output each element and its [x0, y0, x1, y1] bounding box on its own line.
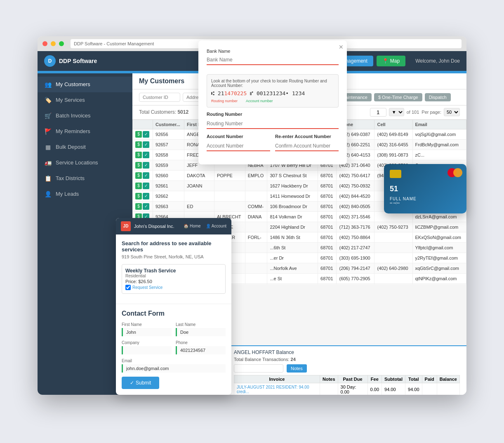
url-text: DDP Software - Customer Management — [74, 41, 154, 46]
mastercard-logo — [447, 168, 462, 177]
map-icon: 📍 — [382, 58, 389, 64]
col-total: Total — [405, 375, 422, 383]
notes-cell — [320, 383, 338, 395]
service-header: JD John's Disposal Inc. 🏠 Home 👤 Account — [116, 218, 231, 234]
company-field: Company — [122, 340, 172, 354]
dollar-icon[interactable]: $ — [135, 193, 142, 199]
reminders-icon: 🚩 — [44, 128, 52, 135]
zip-cell: 68701 — [318, 253, 337, 263]
col-customer-id[interactable]: Customer... — [153, 120, 184, 129]
check-icon[interactable]: ✓ — [143, 152, 149, 158]
dollar-icon[interactable]: $ — [135, 203, 142, 210]
email-cell: y2RyTEf@gmail.com — [412, 253, 466, 263]
check-numbers: ⑆ 211470225 ⑈ 001231234• 1234 — [211, 90, 334, 96]
bank-form-overlay: ✕ Bank Name Look at the bottom of your c… — [198, 40, 347, 164]
sidebar-item-my-services[interactable]: 🏷️ My Services — [38, 92, 132, 108]
dollar-icon[interactable]: $ — [135, 131, 142, 138]
row-icons: $ ✓ — [133, 201, 153, 211]
cell-cell: (402) 640-2980 — [374, 263, 412, 273]
row-icons: $ ✓ — [133, 139, 153, 150]
bank-name-input[interactable] — [207, 55, 339, 65]
page-select[interactable]: ▼ — [389, 108, 404, 116]
first-name-input[interactable] — [122, 328, 172, 336]
sidebar-item-my-reminders[interactable]: 🚩 My Reminders — [38, 124, 132, 139]
notes-button[interactable]: Notes — [287, 364, 307, 373]
company-input[interactable] — [122, 346, 172, 354]
screenshot-wrapper: DDP Software - Customer Management D DDP… — [25, 24, 479, 420]
check-icon[interactable]: ✓ — [143, 162, 149, 169]
sidebar-item-my-customers[interactable]: 👥 My Customers — [38, 77, 132, 92]
cell-cell — [374, 253, 412, 263]
credit-card-overlay: 51 FULL NAME •• ••/•• — [384, 164, 466, 213]
request-service-checkbox[interactable]: Request Service — [125, 285, 222, 290]
close-window-button[interactable] — [42, 41, 47, 46]
nav-account[interactable]: 👤 Account — [206, 224, 226, 228]
row-icons: $ ✓ — [133, 129, 153, 139]
email-cell: zC... — [412, 150, 466, 160]
col-email[interactable]: Email — [412, 120, 466, 129]
sidebar-item-batch-invoices[interactable]: 🛒 Batch Invoices — [38, 108, 132, 124]
first-name-cell: JOANN — [184, 180, 214, 191]
request-service-check[interactable] — [125, 285, 131, 290]
account-number-input[interactable] — [207, 141, 270, 151]
check-icon[interactable]: ✓ — [143, 131, 149, 138]
map-button[interactable]: 📍 Map — [377, 56, 405, 66]
sidebar-item-service-locations[interactable]: 🚛 Service Locations — [38, 155, 132, 171]
zip-cell: 68701 — [318, 201, 337, 211]
check-icon[interactable]: ✓ — [143, 141, 149, 148]
row-icons: $ ✓ — [133, 160, 153, 170]
cell-cell: (308) 991-0873 — [374, 150, 412, 160]
minimize-window-button[interactable] — [51, 41, 56, 46]
subtotal-cell: 94.00 — [382, 383, 405, 395]
sidebar-label-service-locations: Service Locations — [56, 159, 98, 166]
routing-number-input[interactable] — [207, 119, 339, 129]
check-icon[interactable]: ✓ — [143, 203, 149, 210]
card-expiry: •• ••/•• — [390, 201, 461, 205]
zip-cell: 68701 — [318, 263, 337, 273]
dollar-icon[interactable]: $ — [135, 162, 142, 169]
fee-cell: 0.00 — [367, 383, 382, 395]
confirm-account-input[interactable] — [275, 141, 339, 151]
sidebar-item-bulk-deposit[interactable]: ▦ Bulk Deposit — [38, 139, 132, 155]
phone-input[interactable] — [176, 346, 226, 354]
per-page-select[interactable]: 50 — [444, 108, 460, 116]
sidebar-item-tax-districts[interactable]: 📋 Tax Districts — [38, 171, 132, 186]
check-icon[interactable]: ✓ — [143, 172, 149, 179]
page-input[interactable] — [370, 108, 386, 117]
bank-form-close-button[interactable]: ✕ — [339, 44, 344, 50]
maximize-window-button[interactable] — [59, 41, 64, 46]
service-address: 919 South Pine Street, Norfolk, NE, USA — [122, 254, 226, 259]
col-cell[interactable]: Cell — [374, 120, 412, 129]
email-input[interactable] — [122, 364, 226, 373]
submit-button[interactable]: ✓ Submit — [122, 377, 159, 389]
dollar-icon[interactable]: $ — [135, 141, 142, 148]
sidebar-item-my-leads[interactable]: 👤 My Leads — [38, 186, 132, 202]
customer-id-cell: 92656 — [153, 129, 184, 139]
one-time-charge-button[interactable]: $ One-Time Charge — [374, 93, 422, 101]
last-name-input[interactable] — [176, 328, 226, 336]
row-icons: $ ✓ — [133, 180, 153, 191]
paid-cell — [422, 383, 437, 395]
first-name-label: First Name — [122, 322, 172, 327]
nav-home[interactable]: 🏠 Home — [184, 224, 200, 228]
contact-form-title: Contact Form — [122, 310, 226, 317]
dispatch-button[interactable]: Dispatch — [425, 93, 451, 101]
sidebar-label-bulk-deposit: Bulk Deposit — [56, 144, 86, 150]
check-icon[interactable]: ✓ — [143, 183, 149, 189]
dollar-icon[interactable]: $ — [135, 183, 142, 189]
balance-search-input[interactable] — [234, 364, 283, 373]
dollar-icon[interactable]: $ — [135, 172, 142, 179]
transactions-count: 24 — [291, 357, 296, 362]
page-title: My Customers — [139, 77, 184, 85]
app-logo: D DDP Software — [44, 55, 97, 67]
zip-cell: 68701 — [318, 170, 337, 180]
service-header-left: JD John's Disposal Inc. — [121, 221, 174, 231]
locations-icon: 🚛 — [44, 159, 52, 166]
customer-id-input[interactable] — [139, 93, 180, 102]
card-name: FULL NAME — [390, 197, 461, 201]
check-icon[interactable]: ✓ — [143, 193, 149, 199]
company-cell — [245, 284, 267, 284]
dollar-icon[interactable]: $ — [135, 152, 142, 158]
company-cell — [245, 222, 267, 232]
routing-label: Routing number — [211, 99, 238, 103]
